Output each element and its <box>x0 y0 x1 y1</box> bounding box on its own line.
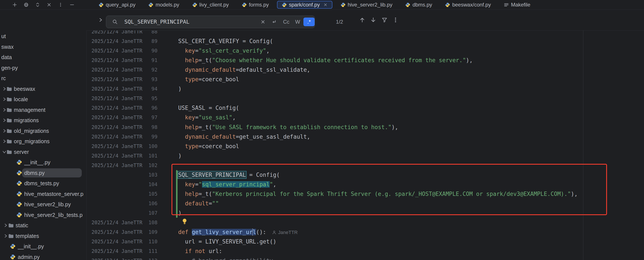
code-text[interactable]: # backward compatibility <box>178 256 273 260</box>
code-text[interactable]: help=_t("Choose whether Hue should valid… <box>178 55 473 65</box>
words-toggle[interactable]: W <box>295 16 300 28</box>
tree-item-swax[interactable]: swax <box>0 42 86 52</box>
search-options-icon[interactable] <box>392 17 399 23</box>
previous-match-icon[interactable] <box>359 17 366 23</box>
tab-hive-server2-lib-py[interactable]: hive_server2_lib.py <box>336 1 397 9</box>
code-line-90[interactable]: 2025/12/4 JaneTTR90 key="ssl_cert_ca_ver… <box>86 46 644 56</box>
code-text[interactable]: dynamic_default=default_ssl_validate, <box>178 65 310 75</box>
chevron-right-icon[interactable] <box>2 139 7 144</box>
tree-item-hive-server2-lib-tests-p[interactable]: hive_server2_lib_tests.p <box>0 210 86 220</box>
code-text[interactable]: USE_SASL = Config( <box>178 103 239 113</box>
search-query[interactable]: SQL_SERVER_PRINCIPAL <box>124 16 190 28</box>
tab-dbms-py[interactable]: dbms.py <box>400 1 437 9</box>
line-number[interactable]: 92 <box>126 65 158 75</box>
code-text[interactable]: SSL_CERT_CA_VERIFY = Config( <box>178 36 273 46</box>
code-line-108[interactable]: 2025/12/4 JaneTTR108 <box>86 218 644 227</box>
code-text[interactable]: key="use_sasl", <box>178 113 236 122</box>
line-number[interactable]: 112 <box>126 256 158 260</box>
tree-item-dbms-tests-py[interactable]: dbms_tests.py <box>0 178 86 189</box>
tree-item-org-migrations[interactable]: org_migrations <box>0 136 86 147</box>
more-icon[interactable] <box>58 2 63 7</box>
tab-livy-client-py[interactable]: livy_client.py <box>188 1 234 9</box>
line-number[interactable]: 101 <box>126 151 158 161</box>
tree-item-dbms-py[interactable]: dbms.py <box>0 168 86 178</box>
globe-icon[interactable] <box>24 2 29 7</box>
code-line-98[interactable]: 2025/12/4 JaneTTR98 help=_t("Use SASL fr… <box>86 122 644 132</box>
line-number[interactable]: 95 <box>126 94 158 103</box>
code-line-95[interactable]: 2025/12/4 JaneTTR95 <box>86 94 644 103</box>
tree-item-init-py[interactable]: __init__.py <box>0 157 86 168</box>
tree-item-static[interactable]: static <box>0 220 86 230</box>
tree-item-old-migrations[interactable]: old_migrations <box>0 126 86 136</box>
tree-item-locale[interactable]: locale <box>0 94 86 104</box>
tree-item-admin-py[interactable]: admin.py <box>0 252 86 260</box>
line-number[interactable]: 90 <box>126 46 158 56</box>
minimize-icon[interactable] <box>70 2 74 7</box>
code-text[interactable]: type=coerce_bool <box>178 142 239 151</box>
close-icon[interactable] <box>46 2 52 7</box>
code-line-101[interactable]: 2025/12/4 JaneTTR101) <box>86 151 644 161</box>
line-number[interactable]: 99 <box>126 132 158 142</box>
tree-item-templates[interactable]: templates <box>0 231 86 241</box>
chevron-down-icon[interactable] <box>2 149 7 155</box>
close-tab-icon[interactable] <box>323 3 328 7</box>
line-number[interactable]: 111 <box>126 246 158 256</box>
filter-icon[interactable] <box>381 17 388 23</box>
code-line-109[interactable]: 2025/12/4 JaneTTR109def get_livy_server_… <box>86 227 644 237</box>
line-number[interactable]: 88 <box>126 30 158 37</box>
next-match-icon[interactable] <box>370 17 376 23</box>
tree-item-hive-server2-lib-py[interactable]: hive_server2_lib.py <box>0 199 86 209</box>
line-number[interactable]: 108 <box>126 218 158 227</box>
newline-icon[interactable] <box>271 19 276 25</box>
tree-item-init-py[interactable]: __init__.py <box>0 241 86 251</box>
line-number[interactable]: 104 <box>126 180 158 189</box>
line-number[interactable]: 107 <box>126 208 158 218</box>
code-text[interactable]: key="ssl_cert_ca_verify", <box>178 46 270 56</box>
line-number[interactable]: 109 <box>126 227 158 237</box>
tree-item-migrations[interactable]: migrations <box>0 115 86 125</box>
code-text[interactable]: url = LIVY_SERVER_URL.get() <box>178 237 276 246</box>
code-text[interactable]: type=coerce_bool <box>178 75 239 84</box>
code-line-112[interactable]: 2025/12/4 JaneTTR112 # backward compatib… <box>86 256 644 260</box>
code-text[interactable]: def get_livy_server_url():JaneTTR <box>178 227 298 237</box>
expand-collapse-icon[interactable] <box>35 2 40 7</box>
tree-item-hive-metastore-server-p[interactable]: hive_metastore_server.p <box>0 189 86 199</box>
code-editor[interactable]: 2025/12/4 JaneTTR882025/12/4 JaneTTR89SS… <box>86 30 644 260</box>
tree-item-ut[interactable]: ut <box>0 31 86 41</box>
tree-item-beeswax[interactable]: beeswax <box>0 84 86 94</box>
chevron-right-icon[interactable] <box>3 233 8 238</box>
code-line-97[interactable]: 2025/12/4 JaneTTR97 key="use_sasl", <box>86 113 644 122</box>
code-line-89[interactable]: 2025/12/4 JaneTTR89SSL_CERT_CA_VERIFY = … <box>86 36 644 46</box>
tab-models-py[interactable]: models.py <box>144 1 184 9</box>
add-icon[interactable] <box>12 2 17 7</box>
code-text[interactable]: ) <box>178 151 182 161</box>
tree-item-data[interactable]: data <box>0 52 86 62</box>
line-number[interactable]: 89 <box>126 36 158 46</box>
line-number[interactable]: 93 <box>126 75 158 84</box>
code-line-99[interactable]: 2025/12/4 JaneTTR99 dynamic_default=get_… <box>86 132 644 142</box>
code-line-94[interactable]: 2025/12/4 JaneTTR94) <box>86 84 644 94</box>
search-input[interactable]: SQL_SERVER_PRINCIPAL Cc W .* <box>106 16 315 28</box>
line-number[interactable]: 100 <box>126 142 158 151</box>
tab-spark-conf-py[interactable]: spark/conf.py <box>277 1 332 9</box>
code-line-91[interactable]: 2025/12/4 JaneTTR91 help=_t("Choose whet… <box>86 55 644 65</box>
tab-forms-py[interactable]: forms.py <box>237 1 274 9</box>
tree-item-management[interactable]: management <box>0 105 86 115</box>
code-line-96[interactable]: 2025/12/4 JaneTTR96USE_SASL = Config( <box>86 103 644 113</box>
chevron-right-icon[interactable] <box>2 86 7 91</box>
expand-search-panel-icon[interactable] <box>98 17 103 23</box>
line-number[interactable]: 110 <box>126 237 158 246</box>
clear-search-icon[interactable] <box>260 19 266 25</box>
code-line-100[interactable]: 2025/12/4 JaneTTR100 type=coerce_bool <box>86 142 644 151</box>
line-number[interactable]: 94 <box>126 84 158 94</box>
code-line-110[interactable]: 2025/12/4 JaneTTR110 url = LIVY_SERVER_U… <box>86 237 644 246</box>
line-number[interactable]: 105 <box>126 189 158 199</box>
chevron-right-icon[interactable] <box>3 223 8 228</box>
tree-item-server[interactable]: server <box>0 147 86 157</box>
chevron-right-icon[interactable] <box>2 97 7 102</box>
match-case-toggle[interactable]: Cc <box>283 16 289 28</box>
code-line-111[interactable]: 2025/12/4 JaneTTR111 if not url: <box>86 246 644 256</box>
tab-makefile[interactable]: Makefile <box>499 1 535 9</box>
intention-bulb-icon[interactable] <box>181 218 188 225</box>
code-text[interactable]: dynamic_default=get_use_sasl_default, <box>178 132 310 142</box>
